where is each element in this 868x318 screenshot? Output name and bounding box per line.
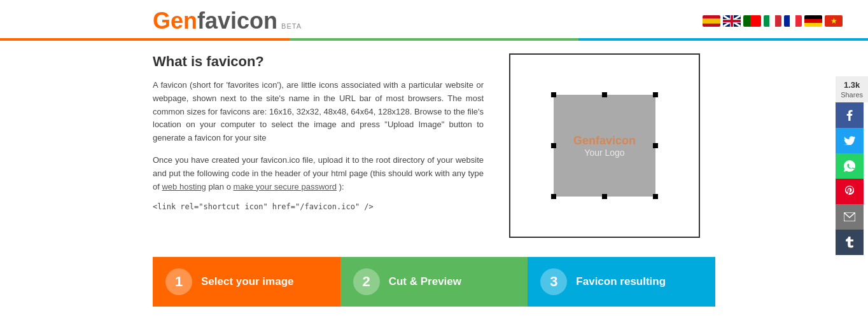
svg-rect-6 — [723, 20, 741, 22]
logo-favicon: favicon — [197, 8, 277, 34]
crop-handle-ml[interactable] — [551, 143, 556, 148]
flag-china[interactable]: ★ — [825, 15, 843, 27]
step-1-number: 1 — [165, 268, 192, 295]
step-3-number: 3 — [540, 268, 567, 295]
preview-box: Genfavicon Your Logo — [509, 53, 700, 238]
flag-france[interactable] — [784, 15, 802, 27]
preview-your-logo: Your Logo — [584, 148, 624, 158]
tumblr-button[interactable] — [836, 230, 864, 255]
web-hosting-link[interactable]: web hosting — [162, 182, 206, 191]
paragraph-1: A favicon (short for 'favorites icon'), … — [153, 79, 484, 145]
main-content: What is favicon? A favicon (short for 'f… — [0, 41, 868, 251]
logo-beta: BETA — [281, 22, 302, 30]
crop-handle-mr[interactable] — [653, 143, 658, 148]
bar-blue — [578, 38, 868, 41]
crop-handle-tl[interactable] — [551, 92, 556, 97]
crop-handle-br[interactable] — [653, 194, 658, 199]
step-3[interactable]: 3 Favicon resulting — [528, 257, 715, 307]
social-sidebar: 1.3k Shares — [836, 76, 868, 255]
code-snippet: <link rel="shortcut icon" href="/favicon… — [153, 202, 484, 211]
flag-germany[interactable] — [804, 15, 822, 27]
step-2-label: Cut & Preview — [389, 275, 461, 288]
social-share-count: 1.3k Shares — [836, 76, 868, 102]
bar-orange — [0, 38, 290, 41]
flag-spain[interactable] — [703, 15, 720, 27]
flag-portugal[interactable] — [743, 15, 761, 27]
step-2[interactable]: 2 Cut & Preview — [340, 257, 528, 307]
facebook-button[interactable] — [836, 102, 864, 128]
pinterest-button[interactable] — [836, 179, 864, 204]
preview-logo-text: Genfavicon — [573, 134, 636, 148]
share-count: 1.3k — [844, 80, 860, 90]
step-3-label: Favicon resulting — [576, 275, 666, 288]
step-1-label: Select your image — [201, 275, 294, 288]
logo-text: Genfavicon — [153, 8, 277, 34]
logo-gen: Gen — [153, 8, 197, 34]
password-link[interactable]: make your secure password — [234, 182, 337, 191]
paragraph-2-mid: plan o — [208, 182, 233, 191]
paragraph-2: Once you have created your favicon.ico f… — [153, 154, 484, 193]
content-text: What is favicon? A favicon (short for 'f… — [153, 53, 484, 238]
shares-label: Shares — [841, 91, 863, 99]
paragraph-2-end: ): — [339, 182, 344, 191]
steps-bar: 1 Select your image 2 Cut & Preview 3 Fa… — [0, 257, 868, 307]
step-1[interactable]: 1 Select your image — [153, 257, 340, 307]
preview-inner: Genfavicon Your Logo — [554, 95, 655, 197]
twitter-button[interactable] — [836, 128, 864, 153]
email-button[interactable] — [836, 204, 864, 230]
crop-handle-bm[interactable] — [602, 194, 607, 199]
step-2-number: 2 — [353, 268, 380, 295]
flags-container: ★ — [703, 15, 843, 27]
color-bar — [0, 38, 868, 41]
header: Genfavicon BETA ★ — [0, 0, 868, 34]
crop-handle-bl[interactable] — [551, 194, 556, 199]
flag-uk[interactable] — [723, 15, 741, 27]
crop-handle-tr[interactable] — [653, 92, 658, 97]
logo[interactable]: Genfavicon BETA — [153, 8, 302, 34]
whatsapp-button[interactable] — [836, 153, 864, 179]
flag-italy[interactable] — [764, 15, 781, 27]
bar-green — [290, 38, 579, 41]
crop-handle-tm[interactable] — [602, 92, 607, 97]
page-title: What is favicon? — [153, 53, 484, 70]
